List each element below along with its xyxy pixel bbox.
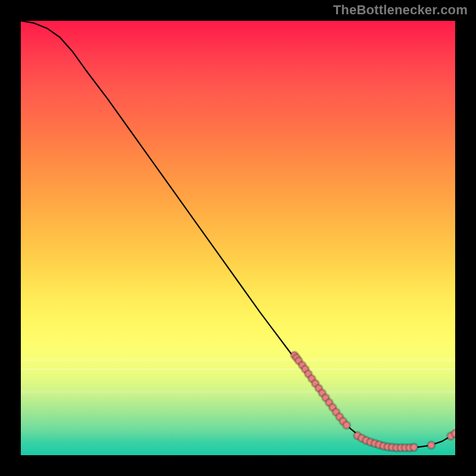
scatter-dot xyxy=(452,430,455,437)
scatter-dot xyxy=(428,441,435,449)
scatter-dot xyxy=(411,444,418,451)
watermark-text: TheBottlenecker.com xyxy=(333,2,468,18)
scatter-points xyxy=(291,352,455,451)
plot-border xyxy=(20,20,456,456)
bottleneck-curve xyxy=(21,21,455,448)
plot-area xyxy=(21,21,455,455)
chart-frame: TheBottlenecker.com xyxy=(0,0,476,476)
scatter-dot xyxy=(343,422,350,429)
chart-overlay xyxy=(21,21,455,455)
